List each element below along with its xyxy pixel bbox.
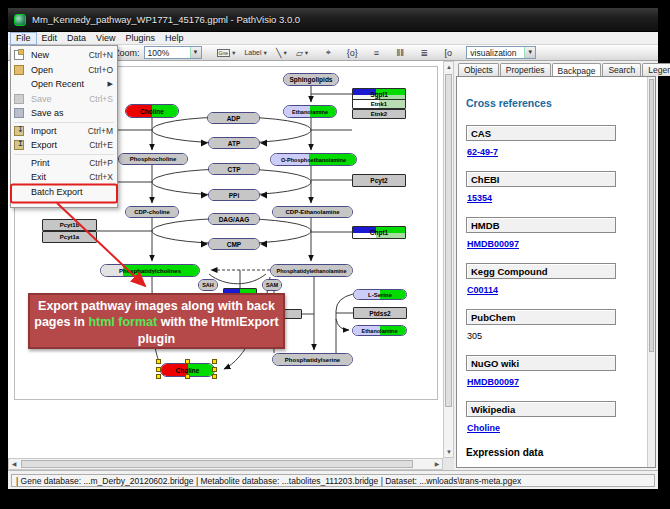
node-ppi[interactable]: PPi — [208, 189, 260, 201]
vertical-scroll-thumb[interactable] — [445, 74, 452, 407]
selection-handle[interactable] — [212, 374, 217, 379]
menu-item-exit[interactable]: ExitCtrl+X — [11, 170, 117, 185]
panel-scroll-thumb[interactable] — [649, 79, 654, 352]
node-sam[interactable]: SAM — [262, 279, 282, 291]
node-etnk2[interactable]: Etnk2 — [352, 109, 406, 119]
line-tool-button[interactable]: ╲ ▼ — [273, 46, 291, 59]
menu-item-open[interactable]: OpenCtrl+O — [11, 63, 117, 78]
menu-plugins[interactable]: Plugins — [120, 32, 160, 45]
menu-item-spacer — [14, 79, 27, 89]
menu-item-label: Save as — [31, 108, 113, 118]
xref-value-nugo-wiki[interactable]: HMDB00097 — [467, 377, 655, 387]
stack-columns-icon[interactable]: ‖‖ — [392, 48, 408, 58]
menu-item-label: Open Recent — [31, 79, 108, 89]
node-cdp-choline[interactable]: CDP-choline — [125, 206, 179, 218]
menu-item-new[interactable]: NewCtrl+N — [11, 48, 117, 63]
node-ctp[interactable]: CTP — [208, 163, 260, 175]
selection-handle[interactable] — [156, 359, 161, 364]
xref-value-cas[interactable]: 62-49-7 — [467, 147, 655, 157]
node-chpt1[interactable]: Chpt1 — [352, 226, 406, 239]
shape-tool-button[interactable]: ▱ ▼ — [293, 46, 312, 59]
tab-legend[interactable]: Legend — [642, 63, 670, 76]
selection-handle[interactable] — [156, 367, 161, 372]
xref-value-hmdb[interactable]: HMDB00097 — [467, 239, 655, 249]
tab-search[interactable]: Search — [602, 63, 641, 76]
selection-handle[interactable] — [212, 367, 217, 372]
node-choline[interactable]: Choline — [125, 104, 179, 118]
node-sphingolipids[interactable]: Sphingolipids — [283, 73, 339, 86]
node-ethanolamine[interactable]: Ethanolamine — [283, 105, 337, 118]
vertical-scrollbar[interactable]: ▲ ▼ — [443, 61, 454, 458]
xref-value-chebi[interactable]: 15354 — [467, 193, 655, 203]
node-atp[interactable]: ATP — [208, 137, 260, 149]
horizontal-scrollbar[interactable]: ◀ ▶ — [8, 458, 443, 470]
selection-handle[interactable] — [185, 374, 190, 379]
menu-item-save[interactable]: SaveCtrl+S — [11, 92, 117, 107]
node-cmp[interactable]: CMP — [208, 238, 260, 250]
menu-edit[interactable]: Edit — [37, 32, 63, 45]
xref-header-wikipedia: Wikipedia — [466, 401, 616, 417]
datanode-tool-button[interactable]: Gne ▼ — [214, 46, 240, 59]
common-size-icon[interactable]: ≣ — [416, 48, 432, 58]
selection-handle[interactable] — [185, 359, 190, 364]
scroll-right-icon[interactable]: ▶ — [432, 459, 442, 469]
node-label: Chpt1 — [353, 227, 405, 238]
node-phosphatidylcholines[interactable]: Phosphatidylcholines — [100, 264, 200, 277]
menu-file[interactable]: File — [10, 32, 37, 45]
tab-properties[interactable]: Properties — [500, 63, 551, 76]
center-vertical-icon[interactable]: {o} — [344, 48, 360, 58]
chevron-down-icon[interactable]: ▼ — [282, 50, 287, 56]
selection-handle[interactable] — [212, 359, 217, 364]
node-pcyt1b[interactable]: Pcyt1b — [42, 219, 97, 231]
node-label: L-Serine — [354, 290, 406, 299]
stack-rows-icon[interactable]: ≡ — [368, 48, 384, 58]
chevron-down-icon[interactable]: ▼ — [524, 47, 535, 58]
scroll-up-icon[interactable]: ▲ — [444, 62, 454, 72]
node-ethanolamine-2[interactable]: Ethanolamine — [352, 325, 407, 336]
tab-backpage[interactable]: Backpage — [552, 63, 602, 76]
node-adp[interactable]: ADP — [207, 112, 260, 124]
node-dag-aag[interactable]: DAG/AAG — [208, 213, 260, 225]
label-tool-button[interactable]: Label ▼ — [241, 46, 271, 59]
bracket-shape-icon[interactable]: [o — [440, 48, 456, 58]
menu-data[interactable]: Data — [62, 32, 91, 45]
node-l-serine[interactable]: L-Serine — [353, 289, 407, 300]
menu-help[interactable]: Help — [160, 32, 189, 45]
chevron-down-icon[interactable]: ▼ — [231, 50, 236, 56]
visualization-combobox[interactable]: visualization ▼ — [466, 46, 536, 59]
menu-item-save-as[interactable]: Save as — [11, 106, 117, 121]
node-etnk1[interactable]: Etnk1 — [352, 99, 406, 109]
node-pcyt2[interactable]: Pcyt2 — [352, 174, 406, 187]
xref-value-kegg-compound[interactable]: C00114 — [467, 285, 655, 295]
node-cdp-ethanolamine[interactable]: CDP-Ethanolamine — [272, 206, 353, 218]
node-pcyt1a[interactable]: Pcyt1a — [42, 231, 97, 243]
menu-item-import[interactable]: ImportCtrl+M — [11, 124, 117, 139]
node-label: Phosphocholine — [119, 154, 187, 164]
scroll-down-icon[interactable]: ▼ — [444, 447, 454, 457]
chevron-down-icon[interactable]: ▼ — [190, 47, 201, 58]
node-o-phosphoethanolamine[interactable]: O-Phosphoethanolamine — [270, 153, 357, 166]
node-ptdss2[interactable]: Ptdss2 — [353, 307, 407, 319]
node-phosphatidylserine[interactable]: Phosphatidylserine — [272, 353, 353, 366]
tab-objects[interactable]: Objects — [458, 63, 499, 76]
menu-item-batch-export[interactable]: Batch Export — [11, 185, 117, 200]
horizontal-scroll-thumb[interactable] — [21, 460, 413, 468]
node-phosphocholine[interactable]: Phosphocholine — [118, 153, 188, 165]
node-sah[interactable]: SAH — [198, 279, 218, 291]
selection-handle[interactable] — [156, 374, 161, 379]
menu-item-label: Save — [31, 94, 89, 104]
chevron-down-icon[interactable]: ▼ — [263, 50, 268, 56]
chevron-down-icon[interactable]: ▼ — [304, 50, 309, 56]
scroll-left-icon[interactable]: ◀ — [9, 459, 19, 469]
node-phosphatidylethanolamine[interactable]: Phosphatidylethanolamine — [270, 264, 353, 277]
zoom-combobox[interactable]: 100% ▼ — [144, 46, 202, 59]
menu-item-print[interactable]: PrintCtrl+P — [11, 156, 117, 171]
xref-value-wikipedia[interactable]: Choline — [467, 423, 655, 433]
menu-view[interactable]: View — [91, 32, 120, 45]
menu-item-shortcut: Ctrl+N — [89, 50, 113, 60]
align-center-icon[interactable]: ⌖ — [320, 47, 336, 58]
menu-item-open-recent[interactable]: Open Recent▶ — [11, 77, 117, 92]
xref-header-cas: CAS — [466, 125, 616, 141]
panel-scrollbar[interactable] — [647, 77, 655, 467]
menu-item-export[interactable]: ExportCtrl+E — [11, 138, 117, 153]
